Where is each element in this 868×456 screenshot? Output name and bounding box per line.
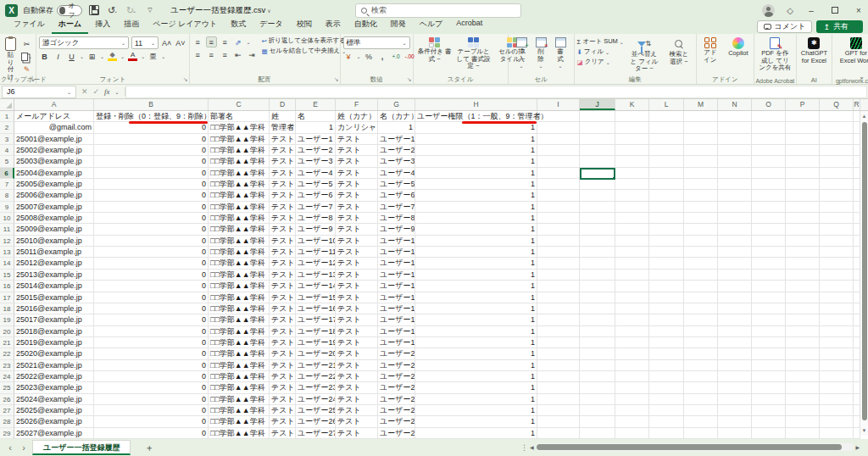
cell-a9[interactable]: 25007@example.jp (14, 202, 94, 213)
cell-j2[interactable] (580, 122, 615, 133)
cell-m5[interactable] (684, 156, 718, 167)
cell-e5[interactable]: ユーザー3 (296, 156, 336, 167)
cell-p5[interactable] (786, 156, 820, 167)
cell-i11[interactable] (537, 224, 580, 235)
cell-p13[interactable] (786, 247, 820, 258)
column-header-q[interactable]: Q (820, 99, 854, 110)
row-header-11[interactable]: 11 (0, 224, 14, 235)
cell-d4[interactable]: テスト (270, 145, 296, 156)
cell-p15[interactable] (786, 270, 820, 281)
cell-d19[interactable]: テスト (270, 314, 296, 325)
cell-m4[interactable] (684, 145, 718, 156)
middle-align-button[interactable]: ≡ (206, 36, 217, 47)
autosave-toggle[interactable]: オフ (57, 5, 82, 16)
cell-k18[interactable] (615, 303, 649, 314)
search-box[interactable]: 検索 (355, 3, 521, 18)
cell-f10[interactable]: テスト (336, 213, 378, 224)
cell-b28[interactable]: 0 (94, 416, 209, 427)
row-header-23[interactable]: 23 (0, 360, 14, 371)
cell-b8[interactable]: 0 (94, 190, 209, 201)
cell-h7[interactable]: 1 (415, 179, 537, 190)
cell-h13[interactable]: 1 (415, 247, 537, 258)
increase-font-button[interactable]: A˄ (161, 37, 172, 48)
row-header-10[interactable]: 10 (0, 213, 14, 224)
formula-input[interactable] (125, 86, 867, 98)
cell-k26[interactable] (615, 394, 649, 405)
cell-o10[interactable] (752, 213, 786, 224)
cell-q22[interactable] (820, 348, 854, 359)
cell-m25[interactable] (684, 382, 718, 393)
cell-k19[interactable] (615, 314, 649, 325)
cell-d3[interactable]: テスト (270, 134, 296, 145)
column-header-j[interactable]: J (580, 99, 615, 110)
cell-a14[interactable]: 25012@example.jp (14, 258, 94, 269)
cell-c23[interactable]: □□学部▲▲学科 (209, 360, 270, 371)
cell-l27[interactable] (649, 405, 684, 416)
row-header-17[interactable]: 17 (0, 292, 14, 303)
cell-d22[interactable]: テスト (270, 348, 296, 359)
cell-g7[interactable]: ユーザー5 (378, 179, 415, 190)
menu-tab-4[interactable]: ページ レイアウト (146, 17, 224, 34)
cell-h2[interactable]: 1 (415, 122, 537, 133)
cell-h15[interactable]: 1 (415, 270, 537, 281)
cell-e20[interactable]: ユーザー18 (296, 326, 336, 337)
cell-k28[interactable] (615, 416, 649, 427)
cell-q13[interactable] (820, 247, 854, 258)
cell-q5[interactable] (820, 156, 854, 167)
cell-e13[interactable]: ユーザー11 (296, 247, 336, 258)
cell-j1[interactable] (580, 111, 615, 122)
orientation-button[interactable]: ⇗ (233, 36, 244, 47)
cell-l17[interactable] (649, 292, 684, 303)
alignment-dialog-launcher[interactable]: ↘ (334, 76, 339, 83)
cell-e24[interactable]: ユーザー22 (296, 371, 336, 382)
cell-o13[interactable] (752, 247, 786, 258)
cell-q21[interactable] (820, 337, 854, 348)
cell-i18[interactable] (537, 303, 580, 314)
cell-e11[interactable]: ユーザー9 (296, 224, 336, 235)
cell-m13[interactable] (684, 247, 718, 258)
cell-p23[interactable] (786, 360, 820, 371)
cell-a28[interactable]: 25026@example.jp (14, 416, 94, 427)
cell-j22[interactable] (580, 348, 615, 359)
cell-k6[interactable] (615, 168, 649, 179)
find-select-button[interactable]: 検索と 選択 ~ (665, 36, 693, 74)
cell-b9[interactable]: 0 (94, 202, 209, 213)
cell-c3[interactable]: □□学部▲▲学科 (209, 134, 270, 145)
cell-g5[interactable]: ユーザー3 (378, 156, 415, 167)
cell-g29[interactable]: ユーザー27 (378, 428, 415, 439)
underline-button[interactable]: U (66, 51, 77, 62)
scroll-down-icon[interactable]: ▼ (860, 425, 868, 436)
cell-n4[interactable] (718, 145, 752, 156)
fill-color-button[interactable]: ◆ (107, 51, 118, 62)
cell-d14[interactable]: テスト (270, 258, 296, 269)
cell-i8[interactable] (537, 190, 580, 201)
comma-style-button[interactable]: , (377, 51, 388, 62)
cell-f2[interactable]: カンリシャ (336, 122, 378, 133)
row-header-9[interactable]: 9 (0, 202, 14, 213)
cell-b6[interactable]: 0 (94, 168, 209, 179)
cell-n11[interactable] (718, 224, 752, 235)
cell-h16[interactable]: 1 (415, 281, 537, 292)
close-button[interactable]: × (853, 6, 865, 15)
percent-style-button[interactable]: % (364, 51, 375, 62)
row-header-4[interactable]: 4 (0, 145, 14, 156)
clear-button[interactable]: ◪クリア⌄ (577, 58, 624, 66)
cell-p25[interactable] (786, 382, 820, 393)
cell-e18[interactable]: ユーザー16 (296, 303, 336, 314)
cell-k15[interactable] (615, 270, 649, 281)
collapse-ribbon-button[interactable]: ⌄ (859, 73, 865, 81)
cell-i12[interactable] (537, 236, 580, 247)
cell-g4[interactable]: ユーザー2 (378, 145, 415, 156)
cell-d18[interactable]: テスト (270, 303, 296, 314)
format-painter-button[interactable]: ✎ (20, 64, 33, 75)
cell-f19[interactable]: テスト (336, 314, 378, 325)
cell-q11[interactable] (820, 224, 854, 235)
cell-a23[interactable]: 25021@example.jp (14, 360, 94, 371)
cell-q23[interactable] (820, 360, 854, 371)
cell-p19[interactable] (786, 314, 820, 325)
cell-n13[interactable] (718, 247, 752, 258)
cell-h27[interactable]: 1 (415, 405, 537, 416)
cell-q6[interactable] (820, 168, 854, 179)
cell-f13[interactable]: テスト (336, 247, 378, 258)
menu-tab-0[interactable]: ファイル (7, 17, 52, 34)
